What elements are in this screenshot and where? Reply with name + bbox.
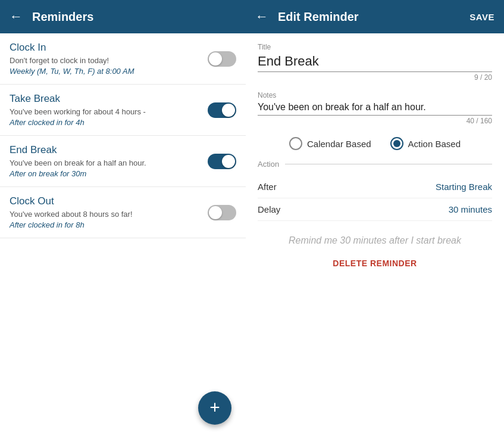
- after-value: Starting Break: [436, 182, 492, 192]
- toggle-clock-out[interactable]: [208, 205, 236, 220]
- notes-label: Notes: [258, 91, 492, 99]
- radio-action-based[interactable]: Action Based: [390, 137, 461, 150]
- delay-label: Delay: [258, 204, 280, 214]
- delay-value: 30 minutes: [449, 204, 492, 214]
- right-header-title: Edit Reminder: [278, 10, 359, 24]
- left-back-button[interactable]: ←: [10, 9, 23, 24]
- toggle-take-break[interactable]: [208, 102, 236, 118]
- reminder-info: Clock In Don't forget to clock in today!…: [10, 42, 208, 76]
- reminder-name: Clock Out: [10, 195, 208, 207]
- reminder-summary: Remind me 30 minutes after I start break: [258, 235, 492, 246]
- reminder-sub: Weekly (M, Tu, W, Th, F) at 8:00 AM: [10, 67, 208, 76]
- add-icon: +: [209, 398, 220, 416]
- toggle-knob: [209, 52, 222, 66]
- reminder-info: Clock Out You've worked about 8 hours so…: [10, 195, 208, 229]
- toggle-knob: [222, 155, 235, 168]
- title-label: Title: [258, 43, 492, 51]
- toggle-end-break[interactable]: [208, 154, 236, 169]
- list-item[interactable]: Clock Out You've worked about 8 hours so…: [0, 187, 246, 238]
- list-item[interactable]: Clock In Don't forget to clock in today!…: [0, 33, 246, 85]
- action-row-delay[interactable]: Delay 30 minutes: [258, 198, 492, 221]
- radio-label-action: Action Based: [408, 139, 461, 149]
- list-item[interactable]: End Break You've been on break for a hal…: [0, 136, 246, 187]
- delete-label[interactable]: DELETE REMINDER: [333, 259, 417, 268]
- radio-circle-action: [390, 137, 403, 150]
- delete-reminder-button[interactable]: DELETE REMINDER: [258, 246, 492, 283]
- reminder-info: Take Break You've been working for about…: [10, 93, 208, 127]
- right-panel: ← Edit Reminder SAVE Title End Break 9 /…: [246, 0, 504, 439]
- radio-group: Calendar Based Action Based: [258, 137, 492, 150]
- reminder-sub: After on break for 30m: [10, 169, 208, 178]
- reminder-desc: You've worked about 8 hours so far!: [10, 210, 208, 219]
- reminder-desc: Don't forget to clock in today!: [10, 56, 208, 65]
- edit-content: Title End Break 9 / 20 Notes You've been…: [246, 33, 504, 439]
- action-section: Action After Starting Break Delay 30 min…: [258, 160, 492, 221]
- list-item[interactable]: Take Break You've been working for about…: [0, 85, 246, 136]
- left-header: ← Reminders: [0, 0, 246, 33]
- radio-inner-action: [393, 140, 400, 147]
- reminder-sub: After clocked in for 4h: [10, 118, 208, 127]
- action-divider: [285, 164, 492, 164]
- action-header-text: Action: [258, 160, 279, 169]
- reminder-name: End Break: [10, 144, 208, 156]
- toggle-clock-in[interactable]: [208, 51, 236, 67]
- notes-field[interactable]: You've been on break for a half an hour.: [258, 102, 492, 116]
- right-header-left: ← Edit Reminder: [255, 9, 359, 24]
- toggle-knob: [209, 206, 222, 219]
- after-label: After: [258, 182, 277, 192]
- reminder-name: Clock In: [10, 42, 208, 54]
- save-button[interactable]: SAVE: [469, 12, 494, 22]
- right-header: ← Edit Reminder SAVE: [246, 0, 504, 33]
- radio-label-calendar: Calendar Based: [307, 139, 371, 149]
- left-panel: ← Reminders Clock In Don't forget to clo…: [0, 0, 246, 439]
- right-back-button[interactable]: ←: [255, 9, 268, 24]
- left-header-title: Reminders: [32, 10, 93, 24]
- action-row-after[interactable]: After Starting Break: [258, 176, 492, 198]
- reminder-desc: You've been working for about 4 hours -: [10, 107, 208, 116]
- reminder-sub: After clocked in for 8h: [10, 220, 208, 229]
- add-reminder-button[interactable]: +: [198, 391, 231, 425]
- toggle-knob: [222, 104, 235, 117]
- reminder-list: Clock In Don't forget to clock in today!…: [0, 33, 246, 439]
- title-char-count: 9 / 20: [258, 73, 492, 82]
- reminder-name: Take Break: [10, 93, 208, 105]
- radio-calendar-based[interactable]: Calendar Based: [289, 137, 371, 150]
- reminder-desc: You've been on break for a half an hour.: [10, 158, 208, 167]
- notes-char-count: 40 / 160: [258, 117, 492, 125]
- radio-circle-calendar: [289, 137, 302, 150]
- reminder-info: End Break You've been on break for a hal…: [10, 144, 208, 178]
- action-header: Action: [258, 160, 492, 169]
- title-field[interactable]: End Break: [258, 54, 492, 72]
